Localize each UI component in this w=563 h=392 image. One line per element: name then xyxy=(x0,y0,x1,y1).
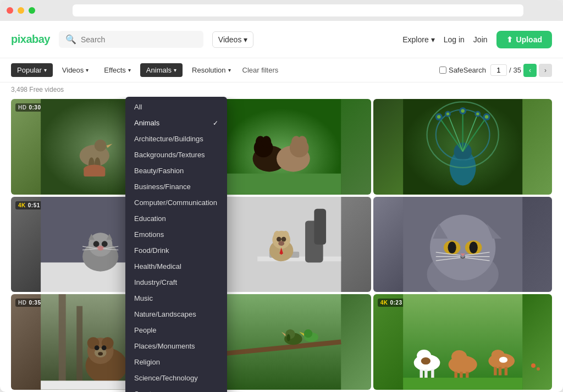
svg-point-33 xyxy=(461,109,465,113)
svg-point-108 xyxy=(421,357,430,365)
dropdown-item-label: People xyxy=(134,326,156,334)
svg-point-110 xyxy=(451,350,467,363)
dropdown-item[interactable]: Science/Technology xyxy=(125,370,227,386)
resolution-filter[interactable]: Resolution ▾ xyxy=(186,63,236,77)
previous-page-button[interactable]: ‹ xyxy=(523,64,537,77)
upload-button[interactable]: ⬆ Upload xyxy=(496,31,552,48)
site-logo[interactable]: pixabay xyxy=(11,33,50,46)
safesearch-label: SafeSearch xyxy=(439,66,486,74)
dropdown-item-label: Nature/Landscapes xyxy=(134,310,196,318)
explore-button[interactable]: Explore ▾ xyxy=(402,35,434,44)
logo-text: pixabay xyxy=(11,33,50,45)
pagination: / 35 ‹ › xyxy=(490,64,552,77)
filter-right: SafeSearch / 35 ‹ › xyxy=(439,64,552,77)
dropdown-item-label: Animals xyxy=(134,119,159,127)
chevron-down-icon: ▾ xyxy=(128,67,131,73)
svg-point-12 xyxy=(262,136,271,148)
site-header: pixabay 🔍 Videos ▾ Explore ▾ Log in Join… xyxy=(0,21,563,58)
svg-rect-117 xyxy=(498,367,501,376)
svg-rect-17 xyxy=(222,174,341,195)
login-button[interactable]: Log in xyxy=(444,35,465,44)
search-input[interactable] xyxy=(81,35,197,44)
search-icon: 🔍 xyxy=(65,34,76,45)
dropdown-item-label: Architecture/Buildings xyxy=(134,135,203,143)
dropdown-item[interactable]: Nature/Landscapes xyxy=(125,306,227,322)
title-bar xyxy=(0,0,563,21)
media-type-select[interactable]: Videos ▾ xyxy=(212,31,254,48)
dropdown-item-label: Backgrounds/Textures xyxy=(134,151,205,159)
svg-rect-120 xyxy=(403,378,522,390)
svg-point-2 xyxy=(95,140,107,152)
svg-point-61 xyxy=(279,241,285,246)
chevron-down-icon: ▾ xyxy=(174,67,176,73)
maximize-button[interactable] xyxy=(29,7,35,14)
svg-rect-64 xyxy=(314,208,327,244)
svg-rect-116 xyxy=(494,367,496,376)
safesearch-checkbox[interactable] xyxy=(439,67,446,74)
dropdown-item[interactable]: Health/Medical xyxy=(125,258,227,274)
svg-point-98 xyxy=(287,334,291,341)
videos-filter[interactable]: Videos ▾ xyxy=(56,63,95,77)
dropdown-item[interactable]: Food/Drink xyxy=(125,242,227,258)
decorative-dot xyxy=(537,367,540,371)
dropdown-item-label: Places/Monuments xyxy=(134,342,195,350)
popular-filter[interactable]: Popular ▾ xyxy=(11,63,53,77)
dropdown-items-container: AllAnimals✓Architecture/BuildingsBackgro… xyxy=(125,99,227,392)
dropdown-item-label: Beauty/Fashion xyxy=(134,167,184,175)
effects-filter[interactable]: Effects ▾ xyxy=(98,63,137,77)
dropdown-item[interactable]: Animals✓ xyxy=(125,115,227,131)
svg-point-16 xyxy=(297,136,307,148)
svg-rect-82 xyxy=(59,294,66,390)
dropdown-item[interactable]: Emotions xyxy=(125,227,227,242)
svg-point-67 xyxy=(430,214,495,280)
dropdown-item[interactable]: Industry/Craft xyxy=(125,274,227,290)
svg-point-37 xyxy=(476,112,479,115)
dropdown-item-label: Health/Medical xyxy=(134,262,181,270)
dropdown-item-label: Food/Drink xyxy=(134,246,169,255)
dropdown-item[interactable]: Beauty/Fashion xyxy=(125,163,227,179)
animals-filter[interactable]: Animals ▾ xyxy=(140,63,183,77)
dropdown-item-label: Business/Finance xyxy=(134,183,191,191)
dropdown-item[interactable]: People xyxy=(125,322,227,338)
dropdown-item[interactable]: Sports xyxy=(125,386,227,392)
svg-point-45 xyxy=(102,241,108,247)
svg-point-60 xyxy=(282,236,286,241)
video-grid: HD 0:30 4K xyxy=(0,97,563,392)
dropdown-item[interactable]: Places/Monuments xyxy=(125,338,227,354)
dropdown-item[interactable]: Backgrounds/Textures xyxy=(125,147,227,163)
dropdown-item[interactable]: Architecture/Buildings xyxy=(125,131,227,147)
svg-rect-105 xyxy=(420,369,422,378)
minimize-button[interactable] xyxy=(18,7,24,14)
video-card[interactable] xyxy=(373,99,552,195)
dropdown-item[interactable]: Religion xyxy=(125,354,227,370)
svg-point-59 xyxy=(277,236,282,241)
dropdown-item-label: All xyxy=(134,103,142,111)
dropdown-item[interactable]: Education xyxy=(125,211,227,227)
dropdown-item[interactable]: Business/Finance xyxy=(125,179,227,195)
video-card[interactable]: 4K 0:23 xyxy=(373,294,552,390)
chevron-down-icon: ▾ xyxy=(228,67,231,73)
decorative-dot xyxy=(531,363,536,368)
svg-point-91 xyxy=(98,352,103,356)
join-button[interactable]: Join xyxy=(473,35,488,44)
chevron-down-icon: ▾ xyxy=(244,35,247,44)
chevron-down-icon: ▾ xyxy=(86,67,89,73)
dropdown-item[interactable]: Computer/Communication xyxy=(125,195,227,211)
url-bar[interactable] xyxy=(73,4,523,16)
page-input[interactable] xyxy=(490,64,507,76)
dropdown-item-label: Education xyxy=(134,214,166,223)
next-page-button[interactable]: › xyxy=(539,64,552,77)
svg-point-90 xyxy=(102,346,107,351)
dropdown-item[interactable]: Music xyxy=(125,290,227,306)
close-button[interactable] xyxy=(7,7,13,14)
clear-filters-button[interactable]: Clear filters xyxy=(242,66,279,74)
dropdown-item[interactable]: All xyxy=(125,99,227,115)
video-card[interactable] xyxy=(373,197,552,292)
animals-dropdown-menu[interactable]: AllAnimals✓Architecture/BuildingsBackgro… xyxy=(125,97,227,392)
dropdown-item-label: Computer/Communication xyxy=(134,198,217,207)
page-total: 35 xyxy=(514,66,521,74)
svg-point-72 xyxy=(448,241,456,253)
svg-point-100 xyxy=(304,329,312,338)
chevron-down-icon: ▾ xyxy=(44,67,47,73)
dropdown-item-label: Industry/Craft xyxy=(134,278,177,286)
